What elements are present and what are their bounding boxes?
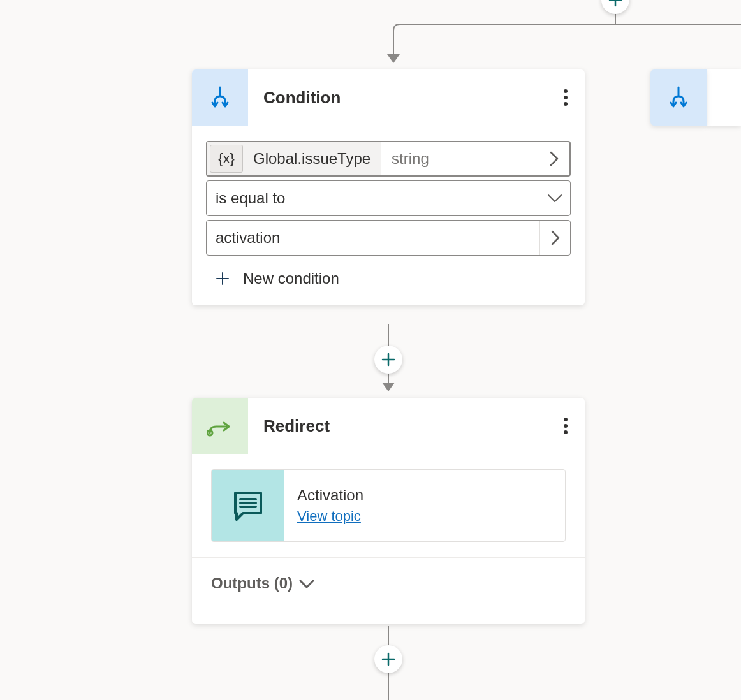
view-topic-link[interactable]: View topic: [297, 508, 363, 525]
redirect-card: Redirect Activation Vie: [192, 398, 585, 624]
value-expand[interactable]: [539, 221, 570, 255]
redirect-icon-box: [192, 398, 248, 454]
variable-chip: {x} Global.issueType: [207, 142, 381, 175]
branch-icon: [207, 85, 233, 110]
plus-icon: [381, 652, 395, 666]
condition-icon: [192, 69, 248, 126]
peer-condition-card-edge: [707, 69, 741, 126]
outputs-label: Outputs (0): [211, 574, 293, 592]
svg-point-0: [564, 89, 568, 93]
condition-operator-select[interactable]: is equal to: [206, 180, 571, 216]
redirect-body: Activation View topic Outputs (0): [192, 454, 585, 624]
topic-name: Activation: [297, 486, 363, 504]
condition-variable-picker[interactable]: {x} Global.issueType string: [206, 141, 571, 177]
condition-card-header: Condition: [192, 69, 585, 126]
svg-point-1: [564, 96, 568, 99]
variable-type: string: [381, 150, 439, 168]
condition-title: Condition: [248, 88, 547, 108]
operator-value: is equal to: [207, 189, 539, 207]
value-text: activation: [207, 229, 539, 247]
plus-icon: [608, 0, 622, 7]
variable-name: Global.issueType: [246, 150, 381, 168]
variable-token-icon: {x}: [210, 145, 243, 173]
variable-expand[interactable]: [539, 142, 569, 175]
topic-icon: [212, 470, 284, 541]
add-node-button-bottom[interactable]: [374, 645, 402, 673]
redirect-icon: [207, 415, 233, 437]
chevron-down-icon: [547, 194, 562, 203]
operator-dropdown[interactable]: [539, 181, 570, 215]
svg-point-6: [564, 430, 568, 434]
condition-card: Condition {x} Global.issueType string: [192, 69, 585, 305]
svg-point-2: [564, 102, 568, 106]
add-node-button-mid[interactable]: [374, 346, 402, 374]
chevron-right-icon: [551, 230, 560, 245]
topic-text: Activation View topic: [284, 470, 376, 541]
peer-condition-icon-box[interactable]: [650, 69, 707, 126]
new-condition-label: New condition: [234, 270, 339, 288]
redirect-title: Redirect: [248, 416, 547, 436]
flow-canvas[interactable]: Condition {x} Global.issueType string: [0, 0, 741, 700]
redirect-more-menu[interactable]: [547, 398, 585, 454]
redirect-card-header: Redirect: [192, 398, 585, 454]
branch-icon: [666, 85, 691, 110]
redirect-topic[interactable]: Activation View topic: [211, 469, 566, 542]
svg-point-5: [564, 424, 568, 428]
condition-body: {x} Global.issueType string is equal to: [192, 126, 585, 305]
condition-value-input[interactable]: activation: [206, 220, 571, 256]
outputs-toggle[interactable]: Outputs (0): [206, 558, 571, 609]
plus-icon: [211, 271, 234, 286]
chat-icon: [230, 488, 266, 523]
condition-more-menu[interactable]: [547, 69, 585, 126]
chevron-right-icon: [550, 151, 559, 166]
svg-point-4: [564, 418, 568, 421]
chevron-down-icon: [299, 574, 314, 592]
more-vertical-icon: [564, 418, 568, 434]
new-condition-button[interactable]: New condition: [206, 259, 571, 290]
plus-icon: [381, 353, 395, 367]
more-vertical-icon: [564, 89, 568, 106]
